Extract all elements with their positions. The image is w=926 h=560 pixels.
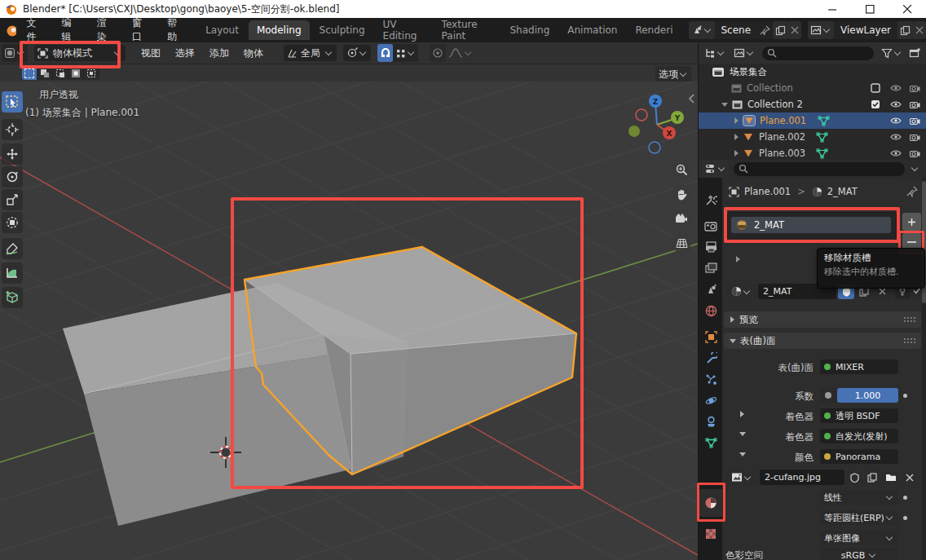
panel-preview[interactable]: 预览 xyxy=(724,311,921,328)
maximize-button[interactable] xyxy=(851,0,889,18)
outliner-row-collection[interactable]: Collection xyxy=(699,80,926,96)
new-scene-button[interactable] xyxy=(773,21,788,39)
new-viewlayer-button[interactable] xyxy=(897,21,913,39)
close-button[interactable] xyxy=(889,0,926,18)
image-source-dropdown[interactable]: 单张图像 xyxy=(820,531,898,545)
image-unlink-button[interactable] xyxy=(902,470,918,485)
properties-editor-type-button[interactable] xyxy=(702,160,729,178)
browse-material-button[interactable] xyxy=(725,284,756,299)
image-copy-button[interactable] xyxy=(864,470,880,485)
tool-rotate[interactable] xyxy=(2,166,23,187)
tab-rendering[interactable]: Renderi xyxy=(627,20,681,40)
pivot-point-dropdown[interactable] xyxy=(343,45,371,61)
image-name-field[interactable]: 2-cufang.jpg xyxy=(760,470,844,485)
tab-texture[interactable] xyxy=(699,523,723,545)
eye-icon[interactable] xyxy=(890,133,902,141)
scene-name[interactable]: Scene xyxy=(715,24,758,36)
factor-slider[interactable]: 1.000 xyxy=(837,388,898,403)
pin-icon[interactable] xyxy=(760,25,770,36)
remove-viewlayer-button[interactable] xyxy=(913,21,926,39)
shader2-expand[interactable] xyxy=(739,432,746,436)
breadcrumb-material[interactable]: 2_MAT xyxy=(827,186,858,197)
tab-scene[interactable] xyxy=(699,279,723,300)
panel-grip[interactable] xyxy=(903,316,916,323)
menu-render[interactable]: 渲染 xyxy=(87,18,122,42)
surface-shader-dropdown[interactable]: MIXER xyxy=(820,359,898,374)
eye-icon[interactable] xyxy=(890,84,902,92)
panel-grip[interactable] xyxy=(903,337,916,344)
shader2-dropdown[interactable]: 自发光(发射) xyxy=(820,429,898,443)
image-open-button[interactable] xyxy=(882,470,900,485)
image-fake-user-button[interactable] xyxy=(846,470,862,485)
menu-edit[interactable]: 编辑 xyxy=(52,18,87,42)
tool-scale[interactable] xyxy=(2,189,23,210)
tab-object[interactable] xyxy=(699,326,723,347)
add-material-slot-button[interactable] xyxy=(902,213,921,231)
tab-render[interactable] xyxy=(699,215,723,236)
delete-scene-button[interactable] xyxy=(788,21,801,39)
tool-measure[interactable] xyxy=(2,262,23,284)
tab-object-data[interactable] xyxy=(699,432,723,453)
outliner-filter-button[interactable] xyxy=(879,44,905,62)
new-collection-button[interactable] xyxy=(906,44,924,62)
viewport-canvas[interactable]: Z Y X xyxy=(0,82,698,560)
color-source-dropdown[interactable]: Panorama xyxy=(820,449,898,464)
pin-icon[interactable] xyxy=(906,186,918,197)
exclude-checkbox-checked[interactable] xyxy=(871,99,880,109)
camera-view-button[interactable] xyxy=(672,209,691,228)
camera-icon[interactable] xyxy=(910,117,920,126)
colorspace-dropdown[interactable]: sRGB xyxy=(820,548,898,560)
snap-toggle-button[interactable] xyxy=(377,44,393,62)
eye-icon[interactable] xyxy=(890,100,902,108)
browse-scene-button[interactable] xyxy=(689,21,715,39)
outliner-search-input[interactable] xyxy=(762,46,874,60)
color-expand[interactable] xyxy=(739,452,746,456)
viewlayer-name[interactable]: ViewLayer xyxy=(834,24,897,36)
properties-search-input[interactable] xyxy=(734,162,905,176)
proportional-edit-toggle[interactable] xyxy=(430,44,446,62)
tool-select-box[interactable] xyxy=(2,91,23,112)
properties-options-chevron[interactable] xyxy=(911,165,918,171)
factor-socket-button[interactable] xyxy=(820,388,836,403)
panel-surface[interactable]: 表(曲)面 xyxy=(724,333,921,349)
snap-target-dropdown[interactable] xyxy=(393,44,418,62)
outliner-display-mode-button[interactable] xyxy=(731,44,757,62)
tab-output[interactable] xyxy=(699,236,723,258)
mode-dropdown[interactable]: 物体模式 xyxy=(34,45,126,61)
tab-uv-editing[interactable]: UV Editing xyxy=(375,20,432,40)
tab-modifiers[interactable] xyxy=(699,347,723,368)
menu-view[interactable]: 视图 xyxy=(134,46,168,60)
tab-tool[interactable] xyxy=(699,189,723,210)
menu-select[interactable]: 选择 xyxy=(168,46,202,60)
outliner-editor-type-button[interactable] xyxy=(702,44,728,62)
eye-icon[interactable] xyxy=(890,149,902,157)
outliner-row-scene-collection[interactable]: 场景集合 xyxy=(699,64,926,80)
zoom-button[interactable] xyxy=(672,160,691,179)
properties-scrollbar[interactable] xyxy=(922,178,926,560)
select-mode-extend[interactable] xyxy=(37,67,53,80)
tool-annotate[interactable] xyxy=(2,238,23,259)
tab-shading[interactable]: Shading xyxy=(502,20,558,40)
menu-object[interactable]: 物体 xyxy=(236,46,271,60)
eye-icon[interactable] xyxy=(890,117,902,125)
tool-cursor[interactable] xyxy=(2,119,23,140)
tab-physics[interactable] xyxy=(699,390,723,411)
menu-help[interactable]: 帮助 xyxy=(157,18,192,42)
browse-image-button[interactable] xyxy=(725,470,758,485)
tab-constraints[interactable] xyxy=(699,411,723,432)
select-mode-set[interactable] xyxy=(22,67,37,80)
browse-viewlayer-button[interactable] xyxy=(808,21,834,39)
pan-button[interactable] xyxy=(672,184,691,204)
camera-icon[interactable] xyxy=(910,133,920,142)
exclude-checkbox[interactable] xyxy=(871,83,880,93)
tab-sculpting[interactable]: Sculpting xyxy=(311,20,373,40)
camera-icon[interactable] xyxy=(910,100,920,109)
outliner-row-collection-2[interactable]: Collection 2 xyxy=(699,96,926,112)
outliner-row-plane-002[interactable]: Plane.002 xyxy=(699,129,926,145)
tool-transform[interactable] xyxy=(2,212,23,233)
perspective-toggle-button[interactable] xyxy=(672,233,691,253)
slot-expand-arrow[interactable] xyxy=(736,256,740,262)
tab-material[interactable] xyxy=(699,489,723,517)
projection-dropdown[interactable]: 等距圆柱(ERP) xyxy=(820,510,898,525)
transform-orientation-dropdown[interactable]: 全局 xyxy=(284,45,337,61)
